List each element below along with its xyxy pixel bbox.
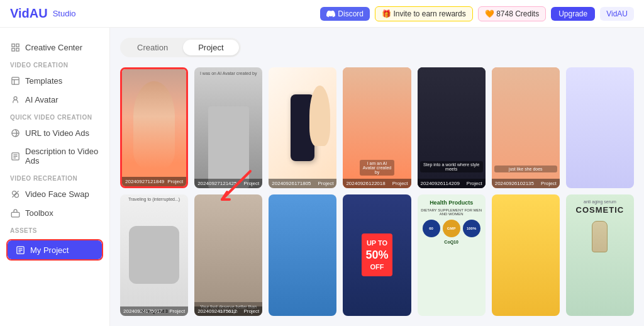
svg-point-13: [12, 191, 16, 194]
header-actions: Discord 🎁 Invite to earn rewards 🧡 8748 …: [320, 6, 634, 21]
item3-tag: Project: [318, 181, 334, 186]
item2-overlay: I was on AI Avatar created by: [197, 71, 260, 76]
section-recreation: Video Recreation: [0, 170, 109, 184]
item9-id: 20240924175612: [197, 308, 236, 314]
logo-area: VidAU Studio: [10, 6, 76, 21]
discount-text: UP TO50%OFF: [362, 233, 392, 276]
item8-overlay: Traveling to (interrupted...): [128, 197, 180, 201]
item2-tag: Project: [243, 181, 259, 186]
studio-label: Studio: [53, 9, 76, 18]
app-header: VidAU Studio Discord 🎁 Invite to earn re…: [0, 0, 644, 28]
my-project-label: My Project: [30, 245, 69, 255]
project-item-6[interactable]: just like she does 20240926102135 Projec…: [492, 67, 560, 188]
item2-id: 20240927121425: [197, 181, 236, 186]
ai-avatar-label: AI Avatar: [25, 95, 58, 104]
item4-tag: Project: [392, 181, 408, 186]
project-item-2[interactable]: I was on AI Avatar created by 2024092712…: [194, 67, 262, 188]
url-video-label: URL to Video Ads: [25, 128, 89, 138]
project-item-14[interactable]: anti aging serum COSMETIC: [566, 194, 634, 315]
project-item-5[interactable]: Step into a world where style meets 2024…: [418, 67, 486, 188]
item5-tag: Project: [467, 181, 482, 186]
avatar-icon: [10, 94, 20, 104]
cosmetic-sub: anti aging serum: [584, 200, 616, 204]
sidebar: Creative Center Video Creation Templates…: [0, 28, 110, 326]
project-item-9[interactable]: Your foot deserve better than the rough …: [194, 194, 262, 315]
tab-creation[interactable]: Creation: [122, 40, 183, 55]
item4-id: 20240926122018: [346, 181, 385, 186]
project-item-10[interactable]: [269, 194, 336, 315]
svg-rect-4: [11, 77, 18, 84]
sidebar-item-my-project[interactable]: My Project: [8, 240, 102, 259]
item6-tag: Project: [541, 181, 557, 186]
user-badge: VidAU: [600, 7, 634, 21]
project-item-4[interactable]: I am an AI Avatar created by 20240926122…: [343, 67, 411, 188]
heart-icon: 🧡: [485, 9, 494, 18]
coq10-label: CoQ10: [444, 240, 458, 244]
templates-label: Templates: [25, 76, 62, 86]
item6-overlay: just like she does: [494, 166, 557, 172]
desc-icon: [10, 151, 20, 161]
face-swap-label: Video Face Swap: [25, 189, 89, 199]
url-icon: [10, 128, 20, 138]
toolbox-icon: [10, 208, 20, 218]
item6-id: 20240926102135: [495, 181, 534, 186]
logo-vid-text: Vid: [10, 6, 30, 21]
sidebar-item-face-swap[interactable]: Video Face Swap: [0, 184, 109, 203]
main-content: Creation Project 202409271218: [110, 28, 644, 326]
project-item-11[interactable]: UP TO50%OFF: [343, 194, 411, 315]
svg-rect-2: [11, 48, 14, 50]
logo-au-text: AU: [30, 6, 48, 21]
sidebar-item-url-video[interactable]: URL to Video Ads: [0, 123, 109, 142]
item1-id: 20240927121849: [125, 179, 164, 184]
item8-id: 20240924175917: [123, 308, 162, 314]
project-item-3[interactable]: 20240926171805 Project: [269, 67, 336, 188]
svg-rect-15: [11, 212, 19, 217]
project-item-12[interactable]: Health Products DIETARY SUPPLEMENT FOR M…: [418, 194, 486, 315]
credits-badge: 🧡 8748 Credits: [478, 6, 546, 21]
tab-bar: Creation Project: [120, 38, 241, 57]
svg-rect-0: [11, 43, 14, 46]
invite-icon: 🎁: [382, 9, 391, 18]
section-assets: Assets: [0, 222, 109, 237]
svg-rect-3: [16, 48, 18, 50]
templates-icon: [10, 76, 20, 86]
item8-tag: Project: [169, 308, 185, 314]
my-project-box: My Project: [6, 239, 103, 261]
sidebar-item-desc-video[interactable]: Description to Video Ads: [0, 142, 109, 170]
creative-center-label: Creative Center: [25, 43, 82, 52]
project-item-13[interactable]: [492, 194, 560, 315]
invite-button[interactable]: 🎁 Invite to earn rewards: [375, 6, 473, 21]
item9-tag: Project: [243, 308, 259, 314]
sidebar-item-toolbox[interactable]: Toolbox: [0, 203, 109, 222]
logo: VidAU: [10, 6, 48, 21]
item1-tag: Project: [167, 179, 183, 184]
sidebar-item-templates[interactable]: Templates: [0, 71, 109, 90]
invite-label: Invite to earn rewards: [393, 9, 465, 18]
discord-icon: [326, 9, 335, 18]
sidebar-item-ai-avatar[interactable]: AI Avatar: [0, 90, 109, 109]
credits-value: 8748 Credits: [496, 9, 539, 18]
project-item-8[interactable]: Traveling to (interrupted...) Meta Quest…: [120, 194, 188, 315]
sidebar-item-creative-center[interactable]: Creative Center: [0, 38, 109, 57]
toolbox-label: Toolbox: [25, 208, 53, 218]
svg-point-7: [14, 96, 17, 99]
discord-label: Discord: [338, 9, 364, 18]
tab-project[interactable]: Project: [183, 40, 238, 55]
item4-overlay: I am an AI Avatar created by: [360, 160, 394, 176]
item3-id: 20240926171805: [272, 181, 311, 186]
project-grid: 20240927121849 Project I was on AI Avata…: [120, 67, 634, 316]
item5-id: 20240926114209: [421, 181, 460, 186]
section-video-creation: Video Creation: [0, 57, 109, 71]
svg-rect-1: [16, 43, 18, 46]
face-swap-icon: [10, 189, 20, 199]
app-layout: Creative Center Video Creation Templates…: [0, 28, 644, 326]
upgrade-button[interactable]: Upgrade: [551, 7, 595, 21]
discord-button[interactable]: Discord: [320, 7, 370, 21]
item5-overlay: Step into a world where style meets: [420, 161, 483, 172]
grid-icon: [10, 42, 20, 52]
section-quick: Quick Video Creation: [0, 109, 109, 123]
project-item-7[interactable]: [566, 67, 634, 188]
project-item-1[interactable]: 20240927121849 Project: [120, 67, 188, 188]
desc-video-label: Description to Video Ads: [25, 147, 99, 166]
health-sub: DIETARY SUPPLEMENT FOR MEN AND WOMEN: [420, 208, 483, 216]
